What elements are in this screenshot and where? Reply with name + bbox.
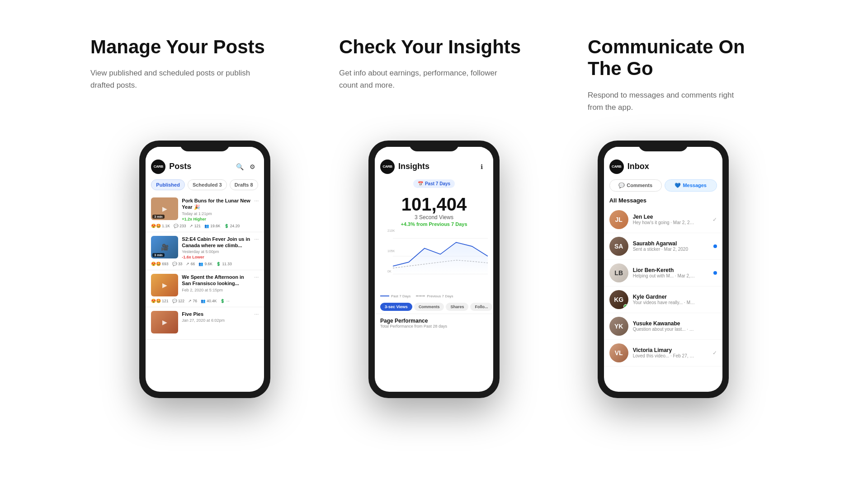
post-menu-3[interactable]: ··· bbox=[254, 274, 259, 280]
chart-tab-comments[interactable]: Comments bbox=[414, 303, 444, 311]
post-date-3: Feb 2, 2020 at 5:15pm bbox=[182, 288, 250, 292]
post-title-1: Pork Buns for the Lunar New Year 🎉 bbox=[182, 197, 250, 211]
msg-preview-kyle: Your videos have really... · Mar 1, 2020 bbox=[633, 300, 696, 305]
post-stats-3: 😍🤩 121 💬 122 ↗ 76 👥 40.4K 💲 ··· bbox=[151, 299, 259, 303]
insights-screen-title: Insights bbox=[398, 162, 475, 171]
legend-prev-label: Previous 7 Days bbox=[427, 294, 453, 298]
stat-reach-1: 👥 19.6K bbox=[204, 224, 221, 228]
feature-communicate: Communicate On The Go Respond to message… bbox=[588, 36, 778, 113]
post-title-3: We Spent the Afternoon in San Fransisco … bbox=[182, 274, 250, 287]
tab-drafts[interactable]: Drafts 8 bbox=[230, 179, 258, 190]
feature-manage-posts: Manage Your Posts View published and sch… bbox=[90, 36, 280, 113]
metric-change: +4.3% from Previous 7 Days bbox=[380, 221, 488, 227]
avatar-victoria-face: VL bbox=[609, 343, 628, 362]
msg-preview-jen: Hey how's it going · Mar 2, 2020 bbox=[633, 220, 696, 225]
message-kyle[interactable]: KG Kyle Gardner Your videos have really.… bbox=[604, 286, 722, 313]
msg-right-saurabh bbox=[713, 244, 717, 248]
posts-filter-icon[interactable]: ⚙ bbox=[246, 160, 259, 173]
online-dot-kyle bbox=[623, 304, 628, 309]
post-title-2: S2:E4 Cabin Fever Join us in Canada wher… bbox=[182, 236, 250, 249]
avatar-yusuke-face: YK bbox=[609, 317, 628, 336]
insights-info-icon[interactable]: ℹ bbox=[475, 160, 488, 173]
feature-check-insights: Check Your Insights Get info about earni… bbox=[339, 36, 529, 113]
posts-search-icon[interactable]: 🔍 bbox=[233, 160, 246, 173]
tab-published[interactable]: Published bbox=[151, 179, 185, 190]
stat-shares-3: ↗ 76 bbox=[188, 299, 197, 303]
msg-preview-lior: Helping out with M... · Mar 2, 2020 bbox=[633, 273, 696, 278]
avatar-victoria: VL bbox=[609, 343, 628, 362]
tab-comments[interactable]: 💬 Comments bbox=[609, 179, 662, 192]
chart-area: 210K 105K 0K bbox=[387, 229, 493, 292]
chart-tab-followers[interactable]: Follo... bbox=[470, 303, 492, 311]
calendar-icon: 📅 bbox=[418, 181, 423, 186]
legend-current: Past 7 Days bbox=[380, 294, 410, 298]
read-check-jen: ✓ bbox=[712, 216, 717, 223]
posts-phone: CARB Posts 🔍 ⚙ Published Scheduled 3 Dra… bbox=[139, 141, 270, 398]
post-thumb-3: ▶ bbox=[151, 274, 178, 296]
msg-name-lior: Lior Ben-Kereth bbox=[633, 267, 709, 273]
stat-comments-2: 💬 33 bbox=[172, 262, 183, 266]
chart-tab-shares[interactable]: Shares bbox=[446, 303, 468, 311]
message-lior[interactable]: LB Lior Ben-Kereth Helping out with M...… bbox=[604, 260, 722, 286]
msg-content-kyle: Kyle Gardner Your videos have really... … bbox=[633, 294, 717, 305]
post-thumb-2: 🎥 3 min bbox=[151, 236, 178, 258]
msg-name-yusuke: Yusuke Kawanabe bbox=[633, 320, 717, 327]
duration-badge-1: 3 min bbox=[152, 215, 164, 219]
inbox-carb-logo: CARB bbox=[609, 160, 624, 174]
post-date-4: Jan 27, 2020 at 6:02pm bbox=[182, 318, 250, 323]
tab-comments-label: Comments bbox=[627, 183, 652, 188]
post-date-1: Today at 1:21pm bbox=[182, 211, 250, 216]
msg-preview-saurabh: Sent a sticker · Mar 2, 2020 bbox=[633, 247, 696, 252]
message-victoria[interactable]: VL Victoria Limary Loved this video... ·… bbox=[604, 340, 722, 366]
page-perf-subtitle: Total Performance from Past 28 days bbox=[380, 324, 488, 328]
y-label-bot: 0K bbox=[387, 270, 392, 273]
video-icon-1: ▶ bbox=[162, 205, 167, 212]
stat-reactions-1: 😍🤩 1.1K bbox=[151, 224, 170, 228]
post-info-2: S2:E4 Cabin Fever Join us in Canada wher… bbox=[182, 236, 250, 260]
post-menu-1[interactable]: ··· bbox=[254, 197, 259, 204]
stat-reach-2: 👥 9.6K bbox=[198, 262, 212, 266]
msg-name-jen: Jen Lee bbox=[633, 214, 708, 220]
posts-tabs-row: Published Scheduled 3 Drafts 8 bbox=[146, 178, 264, 194]
post-stats-2: 😍🤩 693 💬 33 ↗ 66 👥 9.6K 💲 11.33 bbox=[151, 262, 259, 266]
page-perf-title: Page Performance bbox=[380, 318, 488, 324]
message-jen[interactable]: JL Jen Lee Hey how's it going · Mar 2, 2… bbox=[604, 206, 722, 233]
msg-name-victoria: Victoria Limary bbox=[633, 347, 708, 353]
chart-tab-3sec[interactable]: 3-sec Views bbox=[380, 303, 412, 311]
stat-comments-3: 💬 122 bbox=[172, 299, 185, 303]
tab-messages-label: Messages bbox=[683, 183, 707, 188]
avatar-lior-face: LB bbox=[609, 263, 628, 282]
avatar-jen-face: JL bbox=[609, 210, 628, 229]
date-filter-btn[interactable]: 📅 Past 7 Days bbox=[413, 179, 455, 188]
msg-content-yusuke: Yusuke Kawanabe Question about your last… bbox=[633, 320, 717, 332]
post-item-3: ▶ We Spent the Afternoon in San Fransisc… bbox=[146, 270, 264, 307]
stat-earnings-3: 💲 ··· bbox=[220, 299, 229, 303]
post-perf-1: +1.2x Higher bbox=[182, 217, 250, 221]
post-menu-2[interactable]: ··· bbox=[254, 236, 259, 242]
y-label-mid: 105K bbox=[387, 249, 395, 253]
tab-messages[interactable]: 💙 Messages bbox=[665, 179, 717, 192]
unread-dot-saurabh bbox=[713, 244, 717, 248]
stat-shares-2: ↗ 66 bbox=[186, 262, 195, 266]
inbox-header: CARB Inbox bbox=[604, 147, 722, 178]
stat-shares-1: ↗ 121 bbox=[189, 224, 201, 228]
duration-badge-2: 3 min bbox=[152, 253, 164, 257]
date-filter-wrapper: 📅 Past 7 Days bbox=[375, 178, 493, 191]
msg-name-saurabh: Saurabh Agarwal bbox=[633, 240, 709, 247]
insights-phone-screen: CARB Insights ℹ 📅 Past 7 Days 101,404 bbox=[375, 147, 493, 392]
msg-right-jen: ✓ bbox=[712, 216, 717, 223]
posts-phone-screen: CARB Posts 🔍 ⚙ Published Scheduled 3 Dra… bbox=[146, 147, 264, 392]
insights-phone-wrapper: CARB Insights ℹ 📅 Past 7 Days 101,404 bbox=[320, 141, 549, 398]
message-yusuke[interactable]: YK Yusuke Kawanabe Question about your l… bbox=[604, 313, 722, 340]
avatar-saurabh: SA bbox=[609, 237, 628, 256]
legend-line-current bbox=[380, 296, 389, 296]
post-menu-4[interactable]: ··· bbox=[254, 311, 259, 317]
page-wrapper: Manage Your Posts View published and sch… bbox=[0, 0, 868, 398]
inbox-phone: CARB Inbox 💬 Comments 💙 Messages bbox=[598, 141, 729, 398]
post-stats-1: 😍🤩 1.1K 💬 233 ↗ 121 👥 19.6K 💲 24.20 bbox=[151, 224, 259, 228]
message-saurabh[interactable]: SA Saurabh Agarwal Sent a sticker · Mar … bbox=[604, 233, 722, 260]
tab-scheduled[interactable]: Scheduled 3 bbox=[188, 179, 227, 190]
stat-reactions-3: 😍🤩 121 bbox=[151, 299, 168, 303]
stat-earnings-2: 💲 11.33 bbox=[216, 262, 232, 266]
avatar-yusuke: YK bbox=[609, 317, 628, 336]
